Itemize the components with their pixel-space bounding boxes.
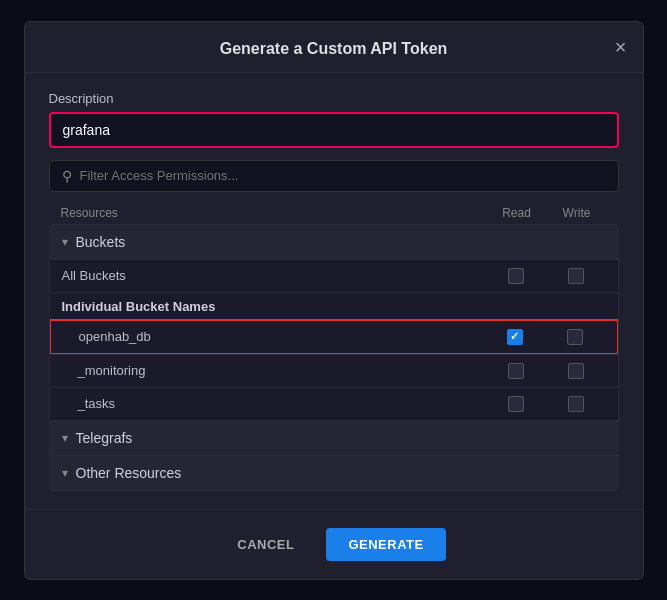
modal-overlay: Generate a Custom API Token × Descriptio… <box>0 0 667 600</box>
chevron-down-icon: ▾ <box>62 235 68 249</box>
table-row: openhab_db <box>49 319 619 355</box>
row-monitoring-name: _monitoring <box>78 363 486 378</box>
cancel-button[interactable]: CANCEL <box>221 529 310 560</box>
openhab-db-read-checkbox[interactable] <box>507 329 523 345</box>
section-telegrafs-label: Telegrafs <box>76 430 133 446</box>
filter-input[interactable] <box>80 168 606 183</box>
row-tasks-name: _tasks <box>78 396 486 411</box>
row-all-buckets-name: All Buckets <box>62 268 486 283</box>
generate-button[interactable]: GENERATE <box>326 528 445 561</box>
table-row: _tasks <box>50 387 618 420</box>
modal-title: Generate a Custom API Token <box>220 40 448 58</box>
modal-body: Description ⚲ Resources Read Write ▾ Buc… <box>25 73 643 509</box>
sub-header-label: Individual Bucket Names <box>62 299 216 314</box>
chevron-down-icon: ▾ <box>62 431 68 445</box>
monitoring-read-checkbox[interactable] <box>508 363 524 379</box>
chevron-down-icon: ▾ <box>62 466 68 480</box>
section-other-resources-label: Other Resources <box>76 465 182 481</box>
col-resources-label: Resources <box>61 206 487 220</box>
openhab-db-write-checkbox[interactable] <box>567 329 583 345</box>
section-buckets[interactable]: ▾ Buckets <box>50 225 618 259</box>
modal-footer: CANCEL GENERATE <box>25 509 643 579</box>
col-write-label: Write <box>547 206 607 220</box>
permissions-table: ▾ Buckets All Buckets Individual Bucket … <box>49 224 619 491</box>
tasks-write-checkbox[interactable] <box>568 396 584 412</box>
description-input[interactable] <box>49 112 619 148</box>
col-read-label: Read <box>487 206 547 220</box>
section-telegrafs[interactable]: ▾ Telegrafs <box>50 420 618 455</box>
close-button[interactable]: × <box>615 37 627 57</box>
tasks-read-checkbox[interactable] <box>508 396 524 412</box>
filter-row: ⚲ <box>49 160 619 192</box>
sub-header-individual-buckets: Individual Bucket Names <box>50 292 618 320</box>
all-buckets-read-checkbox[interactable] <box>508 268 524 284</box>
section-other-resources[interactable]: ▾ Other Resources <box>50 455 618 490</box>
monitoring-write-checkbox[interactable] <box>568 363 584 379</box>
table-row: All Buckets <box>50 259 618 292</box>
row-openhab-db-name: openhab_db <box>79 329 485 344</box>
search-icon: ⚲ <box>62 168 72 184</box>
table-row: _monitoring <box>50 354 618 387</box>
description-label: Description <box>49 91 619 106</box>
table-header: Resources Read Write <box>49 202 619 224</box>
section-buckets-label: Buckets <box>76 234 126 250</box>
modal-header: Generate a Custom API Token × <box>25 22 643 73</box>
all-buckets-write-checkbox[interactable] <box>568 268 584 284</box>
modal-dialog: Generate a Custom API Token × Descriptio… <box>24 21 644 580</box>
